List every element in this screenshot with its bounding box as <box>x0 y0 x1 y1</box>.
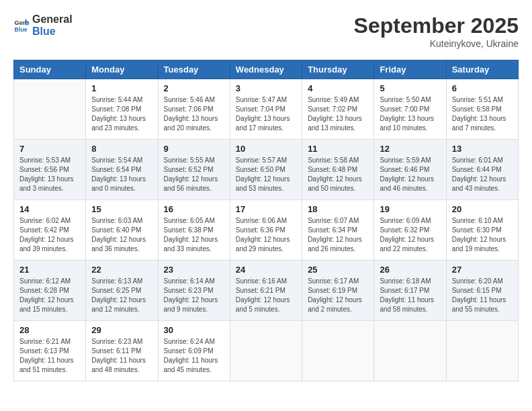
day-info: Sunrise: 6:23 AMSunset: 6:11 PMDaylight:… <box>91 337 152 375</box>
day-info: Sunrise: 5:50 AMSunset: 7:00 PMDaylight:… <box>380 95 440 133</box>
day-number: 18 <box>308 204 368 214</box>
calendar-cell: 26Sunrise: 6:18 AMSunset: 6:17 PMDayligh… <box>374 261 446 321</box>
calendar-cell: 18Sunrise: 6:07 AMSunset: 6:34 PMDayligh… <box>302 200 374 261</box>
day-number: 4 <box>308 83 368 93</box>
day-number: 10 <box>236 144 296 154</box>
day-number: 2 <box>164 83 224 93</box>
day-number: 9 <box>164 144 224 154</box>
header-saturday: Saturday <box>446 60 518 79</box>
day-info: Sunrise: 5:47 AMSunset: 7:04 PMDaylight:… <box>236 95 296 133</box>
day-info: Sunrise: 6:18 AMSunset: 6:17 PMDaylight:… <box>380 277 440 314</box>
calendar-cell: 22Sunrise: 6:13 AMSunset: 6:25 PMDayligh… <box>86 261 158 321</box>
day-number: 20 <box>452 204 513 214</box>
calendar-cell <box>302 321 374 381</box>
header-sunday: Sunday <box>14 60 86 79</box>
day-info: Sunrise: 5:57 AMSunset: 6:50 PMDaylight:… <box>236 156 296 193</box>
calendar-cell: 19Sunrise: 6:09 AMSunset: 6:32 PMDayligh… <box>374 200 446 261</box>
day-number: 28 <box>19 325 80 335</box>
calendar-week-row: 7Sunrise: 5:53 AMSunset: 6:56 PMDaylight… <box>14 140 519 200</box>
calendar-cell: 7Sunrise: 5:53 AMSunset: 6:56 PMDaylight… <box>14 140 86 200</box>
calendar-cell: 9Sunrise: 5:55 AMSunset: 6:52 PMDaylight… <box>158 140 230 200</box>
day-info: Sunrise: 6:05 AMSunset: 6:38 PMDaylight:… <box>164 216 224 254</box>
day-number: 11 <box>308 144 368 154</box>
calendar-cell: 6Sunrise: 5:51 AMSunset: 6:58 PMDaylight… <box>446 79 518 140</box>
calendar-cell: 5Sunrise: 5:50 AMSunset: 7:00 PMDaylight… <box>374 79 446 140</box>
calendar-cell: 11Sunrise: 5:58 AMSunset: 6:48 PMDayligh… <box>302 140 374 200</box>
day-number: 1 <box>91 83 152 93</box>
day-info: Sunrise: 5:58 AMSunset: 6:48 PMDaylight:… <box>308 156 368 193</box>
logo: General Blue General Blue <box>13 13 73 37</box>
day-info: Sunrise: 6:09 AMSunset: 6:32 PMDaylight:… <box>380 216 440 254</box>
day-info: Sunrise: 6:07 AMSunset: 6:34 PMDaylight:… <box>308 216 368 254</box>
day-number: 22 <box>91 265 152 275</box>
calendar-week-row: 28Sunrise: 6:21 AMSunset: 6:13 PMDayligh… <box>14 321 519 381</box>
day-number: 6 <box>452 83 513 93</box>
calendar-cell: 27Sunrise: 6:20 AMSunset: 6:15 PMDayligh… <box>446 261 518 321</box>
calendar-cell: 12Sunrise: 5:59 AMSunset: 6:46 PMDayligh… <box>374 140 446 200</box>
header-wednesday: Wednesday <box>230 60 302 79</box>
calendar-cell: 10Sunrise: 5:57 AMSunset: 6:50 PMDayligh… <box>230 140 302 200</box>
day-info: Sunrise: 6:12 AMSunset: 6:28 PMDaylight:… <box>19 277 80 314</box>
day-number: 17 <box>236 204 296 214</box>
day-info: Sunrise: 5:49 AMSunset: 7:02 PMDaylight:… <box>308 95 368 133</box>
day-number: 25 <box>308 265 368 275</box>
calendar-cell: 23Sunrise: 6:14 AMSunset: 6:23 PMDayligh… <box>158 261 230 321</box>
day-info: Sunrise: 6:06 AMSunset: 6:36 PMDaylight:… <box>236 216 296 254</box>
day-number: 8 <box>91 144 152 154</box>
calendar-cell <box>230 321 302 381</box>
day-number: 21 <box>19 265 80 275</box>
calendar-cell: 8Sunrise: 5:54 AMSunset: 6:54 PMDaylight… <box>86 140 158 200</box>
day-number: 12 <box>380 144 440 154</box>
day-number: 15 <box>91 204 152 214</box>
header-thursday: Thursday <box>302 60 374 79</box>
day-info: Sunrise: 6:20 AMSunset: 6:15 PMDaylight:… <box>452 277 513 314</box>
calendar-cell <box>374 321 446 381</box>
day-number: 27 <box>452 265 513 275</box>
day-info: Sunrise: 5:53 AMSunset: 6:56 PMDaylight:… <box>19 156 80 193</box>
day-info: Sunrise: 6:16 AMSunset: 6:21 PMDaylight:… <box>236 277 296 314</box>
svg-text:Blue: Blue <box>15 26 28 32</box>
day-info: Sunrise: 6:14 AMSunset: 6:23 PMDaylight:… <box>164 277 224 314</box>
calendar-cell: 13Sunrise: 6:01 AMSunset: 6:44 PMDayligh… <box>446 140 518 200</box>
calendar-week-row: 1Sunrise: 5:44 AMSunset: 7:08 PMDaylight… <box>14 79 519 140</box>
logo-blue-text: Blue <box>32 26 73 38</box>
day-info: Sunrise: 6:13 AMSunset: 6:25 PMDaylight:… <box>91 277 152 314</box>
logo-icon: General Blue <box>13 17 30 34</box>
day-info: Sunrise: 6:21 AMSunset: 6:13 PMDaylight:… <box>19 337 80 375</box>
day-number: 5 <box>380 83 440 93</box>
calendar-cell: 2Sunrise: 5:46 AMSunset: 7:06 PMDaylight… <box>158 79 230 140</box>
calendar-cell <box>14 79 86 140</box>
calendar-week-row: 21Sunrise: 6:12 AMSunset: 6:28 PMDayligh… <box>14 261 519 321</box>
logo-general-text: General <box>32 13 73 26</box>
day-info: Sunrise: 6:17 AMSunset: 6:19 PMDaylight:… <box>308 277 368 314</box>
calendar-cell: 16Sunrise: 6:05 AMSunset: 6:38 PMDayligh… <box>158 200 230 261</box>
header-friday: Friday <box>374 60 446 79</box>
day-number: 16 <box>164 204 224 214</box>
day-info: Sunrise: 5:51 AMSunset: 6:58 PMDaylight:… <box>452 95 513 133</box>
calendar-cell: 21Sunrise: 6:12 AMSunset: 6:28 PMDayligh… <box>14 261 86 321</box>
calendar-cell: 4Sunrise: 5:49 AMSunset: 7:02 PMDaylight… <box>302 79 374 140</box>
calendar-header-row: SundayMondayTuesdayWednesdayThursdayFrid… <box>14 60 519 79</box>
header-tuesday: Tuesday <box>158 60 230 79</box>
calendar-cell: 25Sunrise: 6:17 AMSunset: 6:19 PMDayligh… <box>302 261 374 321</box>
calendar-cell: 20Sunrise: 6:10 AMSunset: 6:30 PMDayligh… <box>446 200 518 261</box>
calendar-cell: 3Sunrise: 5:47 AMSunset: 7:04 PMDaylight… <box>230 79 302 140</box>
calendar-cell: 1Sunrise: 5:44 AMSunset: 7:08 PMDaylight… <box>86 79 158 140</box>
location-title: Kuteinykove, Ukraine <box>354 38 519 49</box>
month-title: September 2025 <box>354 13 519 38</box>
day-info: Sunrise: 5:44 AMSunset: 7:08 PMDaylight:… <box>91 95 152 133</box>
day-number: 19 <box>380 204 440 214</box>
day-number: 24 <box>236 265 296 275</box>
day-info: Sunrise: 6:02 AMSunset: 6:42 PMDaylight:… <box>19 216 80 254</box>
calendar-cell: 14Sunrise: 6:02 AMSunset: 6:42 PMDayligh… <box>14 200 86 261</box>
page-header: General Blue General Blue September 2025… <box>13 13 519 49</box>
day-info: Sunrise: 5:55 AMSunset: 6:52 PMDaylight:… <box>164 156 224 193</box>
day-info: Sunrise: 5:54 AMSunset: 6:54 PMDaylight:… <box>91 156 152 193</box>
calendar-cell: 24Sunrise: 6:16 AMSunset: 6:21 PMDayligh… <box>230 261 302 321</box>
calendar-cell: 17Sunrise: 6:06 AMSunset: 6:36 PMDayligh… <box>230 200 302 261</box>
day-info: Sunrise: 6:03 AMSunset: 6:40 PMDaylight:… <box>91 216 152 254</box>
calendar-week-row: 14Sunrise: 6:02 AMSunset: 6:42 PMDayligh… <box>14 200 519 261</box>
calendar-cell: 28Sunrise: 6:21 AMSunset: 6:13 PMDayligh… <box>14 321 86 381</box>
day-info: Sunrise: 6:10 AMSunset: 6:30 PMDaylight:… <box>452 216 513 254</box>
day-info: Sunrise: 6:24 AMSunset: 6:09 PMDaylight:… <box>164 337 224 375</box>
